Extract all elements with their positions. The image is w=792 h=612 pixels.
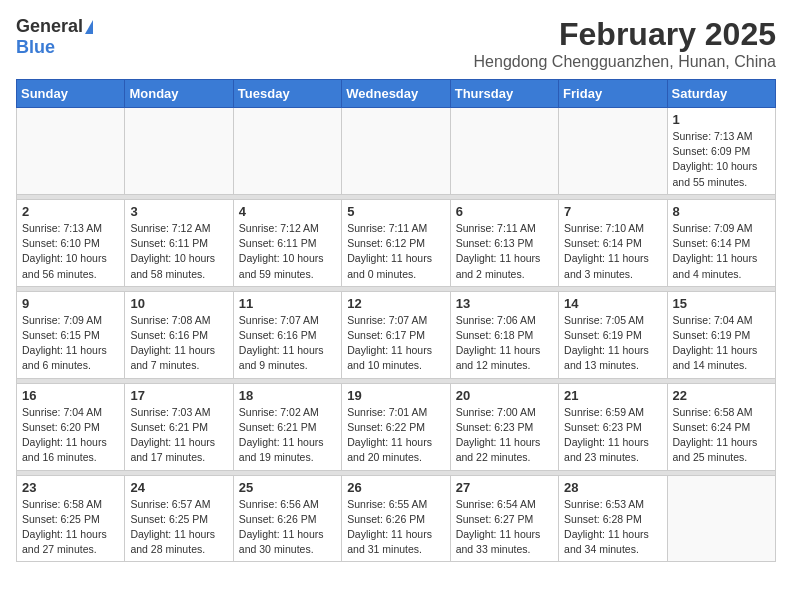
- day-info: Sunrise: 7:07 AM Sunset: 6:16 PM Dayligh…: [239, 313, 336, 374]
- day-number: 18: [239, 388, 336, 403]
- week-row-5: 23Sunrise: 6:58 AM Sunset: 6:25 PM Dayli…: [17, 475, 776, 562]
- day-number: 4: [239, 204, 336, 219]
- week-row-3: 9Sunrise: 7:09 AM Sunset: 6:15 PM Daylig…: [17, 291, 776, 378]
- day-info: Sunrise: 6:57 AM Sunset: 6:25 PM Dayligh…: [130, 497, 227, 558]
- week-row-4: 16Sunrise: 7:04 AM Sunset: 6:20 PM Dayli…: [17, 383, 776, 470]
- calendar-cell: [233, 108, 341, 195]
- calendar-cell: 6Sunrise: 7:11 AM Sunset: 6:13 PM Daylig…: [450, 199, 558, 286]
- calendar-cell: [342, 108, 450, 195]
- day-info: Sunrise: 7:11 AM Sunset: 6:13 PM Dayligh…: [456, 221, 553, 282]
- calendar-cell: 1Sunrise: 7:13 AM Sunset: 6:09 PM Daylig…: [667, 108, 775, 195]
- day-info: Sunrise: 7:06 AM Sunset: 6:18 PM Dayligh…: [456, 313, 553, 374]
- calendar-cell: 20Sunrise: 7:00 AM Sunset: 6:23 PM Dayli…: [450, 383, 558, 470]
- day-number: 13: [456, 296, 553, 311]
- calendar-cell: [667, 475, 775, 562]
- day-number: 6: [456, 204, 553, 219]
- day-info: Sunrise: 7:03 AM Sunset: 6:21 PM Dayligh…: [130, 405, 227, 466]
- day-number: 16: [22, 388, 119, 403]
- day-number: 24: [130, 480, 227, 495]
- day-info: Sunrise: 7:13 AM Sunset: 6:10 PM Dayligh…: [22, 221, 119, 282]
- day-number: 2: [22, 204, 119, 219]
- calendar-cell: 14Sunrise: 7:05 AM Sunset: 6:19 PM Dayli…: [559, 291, 667, 378]
- day-number: 22: [673, 388, 770, 403]
- day-number: 11: [239, 296, 336, 311]
- day-info: Sunrise: 6:58 AM Sunset: 6:24 PM Dayligh…: [673, 405, 770, 466]
- day-number: 14: [564, 296, 661, 311]
- day-info: Sunrise: 6:56 AM Sunset: 6:26 PM Dayligh…: [239, 497, 336, 558]
- calendar-table: SundayMondayTuesdayWednesdayThursdayFrid…: [16, 79, 776, 562]
- day-number: 20: [456, 388, 553, 403]
- location-title: Hengdong Chengguanzhen, Hunan, China: [474, 53, 776, 71]
- logo-icon: [85, 20, 93, 34]
- weekday-header-thursday: Thursday: [450, 80, 558, 108]
- day-number: 28: [564, 480, 661, 495]
- day-info: Sunrise: 6:55 AM Sunset: 6:26 PM Dayligh…: [347, 497, 444, 558]
- day-info: Sunrise: 7:00 AM Sunset: 6:23 PM Dayligh…: [456, 405, 553, 466]
- day-number: 17: [130, 388, 227, 403]
- calendar-cell: 27Sunrise: 6:54 AM Sunset: 6:27 PM Dayli…: [450, 475, 558, 562]
- day-number: 3: [130, 204, 227, 219]
- calendar-cell: 8Sunrise: 7:09 AM Sunset: 6:14 PM Daylig…: [667, 199, 775, 286]
- calendar-cell: 7Sunrise: 7:10 AM Sunset: 6:14 PM Daylig…: [559, 199, 667, 286]
- day-number: 8: [673, 204, 770, 219]
- calendar-cell: 13Sunrise: 7:06 AM Sunset: 6:18 PM Dayli…: [450, 291, 558, 378]
- calendar-cell: 11Sunrise: 7:07 AM Sunset: 6:16 PM Dayli…: [233, 291, 341, 378]
- calendar-cell: 5Sunrise: 7:11 AM Sunset: 6:12 PM Daylig…: [342, 199, 450, 286]
- weekday-header-wednesday: Wednesday: [342, 80, 450, 108]
- calendar-cell: 10Sunrise: 7:08 AM Sunset: 6:16 PM Dayli…: [125, 291, 233, 378]
- calendar-cell: 23Sunrise: 6:58 AM Sunset: 6:25 PM Dayli…: [17, 475, 125, 562]
- day-info: Sunrise: 7:12 AM Sunset: 6:11 PM Dayligh…: [130, 221, 227, 282]
- calendar-cell: [125, 108, 233, 195]
- day-number: 9: [22, 296, 119, 311]
- weekday-header-friday: Friday: [559, 80, 667, 108]
- calendar-cell: 25Sunrise: 6:56 AM Sunset: 6:26 PM Dayli…: [233, 475, 341, 562]
- calendar-cell: [559, 108, 667, 195]
- logo-general-text: General: [16, 16, 83, 37]
- calendar-cell: 18Sunrise: 7:02 AM Sunset: 6:21 PM Dayli…: [233, 383, 341, 470]
- day-number: 27: [456, 480, 553, 495]
- calendar-cell: 17Sunrise: 7:03 AM Sunset: 6:21 PM Dayli…: [125, 383, 233, 470]
- day-number: 10: [130, 296, 227, 311]
- weekday-header-saturday: Saturday: [667, 80, 775, 108]
- logo-blue-text: Blue: [16, 37, 55, 58]
- day-info: Sunrise: 7:12 AM Sunset: 6:11 PM Dayligh…: [239, 221, 336, 282]
- day-number: 5: [347, 204, 444, 219]
- week-row-2: 2Sunrise: 7:13 AM Sunset: 6:10 PM Daylig…: [17, 199, 776, 286]
- day-number: 15: [673, 296, 770, 311]
- weekday-header-sunday: Sunday: [17, 80, 125, 108]
- calendar-cell: [17, 108, 125, 195]
- calendar-cell: [450, 108, 558, 195]
- weekday-header-monday: Monday: [125, 80, 233, 108]
- day-info: Sunrise: 6:59 AM Sunset: 6:23 PM Dayligh…: [564, 405, 661, 466]
- calendar-cell: 2Sunrise: 7:13 AM Sunset: 6:10 PM Daylig…: [17, 199, 125, 286]
- day-number: 26: [347, 480, 444, 495]
- day-info: Sunrise: 6:53 AM Sunset: 6:28 PM Dayligh…: [564, 497, 661, 558]
- day-number: 21: [564, 388, 661, 403]
- calendar-cell: 28Sunrise: 6:53 AM Sunset: 6:28 PM Dayli…: [559, 475, 667, 562]
- calendar-cell: 22Sunrise: 6:58 AM Sunset: 6:24 PM Dayli…: [667, 383, 775, 470]
- day-number: 25: [239, 480, 336, 495]
- day-info: Sunrise: 7:10 AM Sunset: 6:14 PM Dayligh…: [564, 221, 661, 282]
- calendar-cell: 21Sunrise: 6:59 AM Sunset: 6:23 PM Dayli…: [559, 383, 667, 470]
- month-title: February 2025: [474, 16, 776, 53]
- day-info: Sunrise: 7:05 AM Sunset: 6:19 PM Dayligh…: [564, 313, 661, 374]
- day-info: Sunrise: 6:54 AM Sunset: 6:27 PM Dayligh…: [456, 497, 553, 558]
- calendar-cell: 3Sunrise: 7:12 AM Sunset: 6:11 PM Daylig…: [125, 199, 233, 286]
- calendar-cell: 16Sunrise: 7:04 AM Sunset: 6:20 PM Dayli…: [17, 383, 125, 470]
- calendar-cell: 26Sunrise: 6:55 AM Sunset: 6:26 PM Dayli…: [342, 475, 450, 562]
- day-info: Sunrise: 7:07 AM Sunset: 6:17 PM Dayligh…: [347, 313, 444, 374]
- calendar-cell: 24Sunrise: 6:57 AM Sunset: 6:25 PM Dayli…: [125, 475, 233, 562]
- day-info: Sunrise: 7:04 AM Sunset: 6:20 PM Dayligh…: [22, 405, 119, 466]
- calendar-cell: 12Sunrise: 7:07 AM Sunset: 6:17 PM Dayli…: [342, 291, 450, 378]
- day-number: 19: [347, 388, 444, 403]
- day-info: Sunrise: 6:58 AM Sunset: 6:25 PM Dayligh…: [22, 497, 119, 558]
- day-info: Sunrise: 7:11 AM Sunset: 6:12 PM Dayligh…: [347, 221, 444, 282]
- page-header: General Blue February 2025 Hengdong Chen…: [16, 16, 776, 71]
- calendar-cell: 19Sunrise: 7:01 AM Sunset: 6:22 PM Dayli…: [342, 383, 450, 470]
- weekday-header-tuesday: Tuesday: [233, 80, 341, 108]
- logo: General Blue: [16, 16, 93, 58]
- day-info: Sunrise: 7:02 AM Sunset: 6:21 PM Dayligh…: [239, 405, 336, 466]
- day-info: Sunrise: 7:04 AM Sunset: 6:19 PM Dayligh…: [673, 313, 770, 374]
- weekday-header-row: SundayMondayTuesdayWednesdayThursdayFrid…: [17, 80, 776, 108]
- calendar-cell: 15Sunrise: 7:04 AM Sunset: 6:19 PM Dayli…: [667, 291, 775, 378]
